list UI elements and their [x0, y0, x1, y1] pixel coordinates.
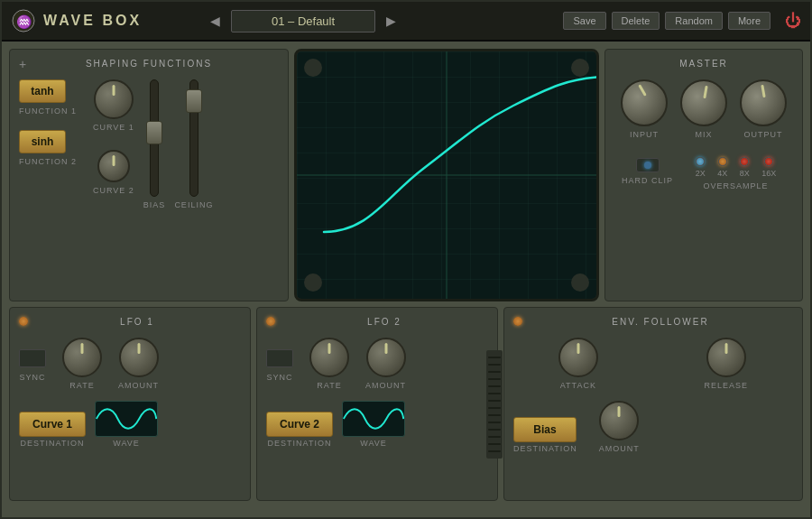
random-button[interactable]: Random — [665, 12, 723, 30]
svg-text:♒: ♒ — [16, 14, 32, 30]
oscilloscope-panel — [294, 49, 599, 301]
app-title: WAVE BOX — [43, 13, 142, 29]
oversample-4x-label: 4X — [717, 169, 727, 178]
bias-slider-container: BIAS — [143, 79, 166, 209]
lfo1-destination-button[interactable]: Curve 1 — [19, 412, 86, 437]
hardclip-button[interactable] — [636, 158, 660, 172]
lfo2-rate-label: RATE — [317, 381, 341, 390]
lfo1-wave-display — [95, 401, 158, 437]
lfo2-wave-display — [342, 401, 405, 437]
more-button[interactable]: More — [728, 12, 770, 30]
env-panel: ENV. FOLLOWER ATTACK RELEASE Bias DESTIN… — [503, 307, 803, 501]
ceiling-slider[interactable] — [189, 79, 198, 197]
lfo1-sync-button[interactable] — [19, 349, 46, 367]
lfo1-rate-knob[interactable] — [62, 338, 102, 377]
logo-area: ♒ WAVE BOX — [11, 8, 142, 33]
lfo2-sync-label: SYNC — [266, 373, 292, 382]
ceiling-slider-container: CEILING — [174, 79, 213, 209]
lfo2-indicator — [266, 317, 275, 326]
env-amount-label: AMOUNT — [599, 444, 640, 453]
shaping-panel: + SHAPING FUNCTIONS tanh FUNCTION 1 sinh… — [9, 49, 289, 301]
mix-knob[interactable] — [680, 79, 727, 126]
lfo2-rate-knob[interactable] — [309, 338, 349, 377]
output-label: OUTPUT — [744, 130, 783, 139]
shaping-title: SHAPING FUNCTIONS — [19, 59, 279, 69]
lfo2-wave-label: WAVE — [342, 439, 405, 448]
header-buttons: Save Delete Random More ⏻ — [563, 12, 801, 31]
save-button[interactable]: Save — [563, 12, 605, 30]
lfo1-destination-label: DESTINATION — [19, 439, 86, 448]
function2-button[interactable]: sinh — [19, 130, 66, 153]
lfo2-destination-label: DESTINATION — [266, 439, 333, 448]
lfo2-amount-knob[interactable] — [366, 338, 406, 377]
delete-button[interactable]: Delete — [612, 12, 660, 30]
mix-label: MIX — [695, 130, 712, 139]
lfo2-sync-button[interactable] — [266, 349, 293, 367]
function1-label: FUNCTION 1 — [19, 107, 77, 116]
curve2-knob-group: CURVE 2 — [93, 150, 134, 195]
curve2-label: CURVE 2 — [93, 186, 134, 195]
function2-label: FUNCTION 2 — [19, 157, 77, 166]
oversample-2x-label: 2X — [696, 169, 706, 178]
hardclip-label: HARD CLIP — [622, 176, 673, 185]
lfo1-panel: LFO 1 SYNC RATE AMOUNT — [9, 307, 251, 501]
env-amount-knob[interactable] — [599, 401, 639, 440]
oversample-8x-label: 8X — [740, 169, 750, 178]
curve1-knob[interactable] — [94, 79, 134, 119]
env-indicator — [513, 317, 522, 326]
bias-slider-label: BIAS — [143, 200, 166, 209]
lfo2-panel: LFO 2 SYNC RATE AMOUNT — [256, 307, 498, 501]
lfo1-rate-label: RATE — [69, 381, 94, 390]
lfo1-amount-label: AMOUNT — [118, 381, 159, 390]
ceiling-slider-label: CEILING — [174, 200, 213, 209]
curve2-knob[interactable] — [97, 150, 130, 182]
next-preset-button[interactable]: ▶ — [381, 12, 401, 30]
lfo1-indicator — [19, 317, 28, 326]
lfo2-title: LFO 2 — [266, 317, 488, 327]
oversample-16x-label: 16X — [761, 169, 776, 178]
bias-slider[interactable] — [150, 79, 159, 197]
function1-button[interactable]: tanh — [19, 79, 66, 103]
output-knob[interactable] — [740, 79, 787, 126]
prev-preset-button[interactable]: ◀ — [205, 12, 226, 30]
oversample-16x-indicator[interactable] — [764, 157, 773, 166]
lfo1-amount-knob[interactable] — [119, 338, 159, 377]
oversample-label: OVERSAMPLE — [686, 181, 786, 190]
curve1-knob-group: CURVE 1 — [93, 79, 134, 132]
oversample-4x-indicator[interactable] — [718, 157, 727, 166]
oversample-2x-indicator[interactable] — [696, 157, 705, 166]
shaping-plus-icon[interactable]: + — [19, 57, 26, 71]
preset-nav: ◀ 01 – Default ▶ — [205, 10, 401, 32]
env-release-label: RELEASE — [705, 381, 749, 390]
input-label: INPUT — [630, 130, 659, 139]
scope-display — [297, 51, 596, 299]
input-knob[interactable] — [621, 79, 668, 126]
env-title: ENV. FOLLOWER — [513, 317, 793, 327]
logo-icon: ♒ — [11, 8, 36, 33]
env-destination-button[interactable]: Bias — [513, 417, 577, 442]
lfo2-destination-button[interactable]: Curve 2 — [266, 412, 333, 437]
lfo1-wave-label: WAVE — [95, 439, 158, 448]
env-release-knob[interactable] — [706, 338, 746, 377]
master-title: MASTER — [614, 59, 793, 69]
curve1-label: CURVE 1 — [93, 123, 134, 132]
lfo1-title: LFO 1 — [19, 317, 241, 327]
preset-name[interactable]: 01 – Default — [231, 10, 375, 32]
env-attack-knob[interactable] — [558, 338, 598, 377]
lfo1-sync-label: SYNC — [19, 373, 45, 382]
oversample-8x-indicator[interactable] — [740, 157, 749, 166]
power-button[interactable]: ⏻ — [785, 12, 801, 31]
hardclip-led — [644, 162, 651, 169]
env-destination-label: DESTINATION — [513, 444, 577, 453]
env-attack-label: ATTACK — [560, 381, 596, 390]
speaker-grille — [486, 350, 503, 459]
lfo2-amount-label: AMOUNT — [365, 381, 406, 390]
master-panel: MASTER INPUT MIX OUTPUT — [604, 49, 803, 301]
